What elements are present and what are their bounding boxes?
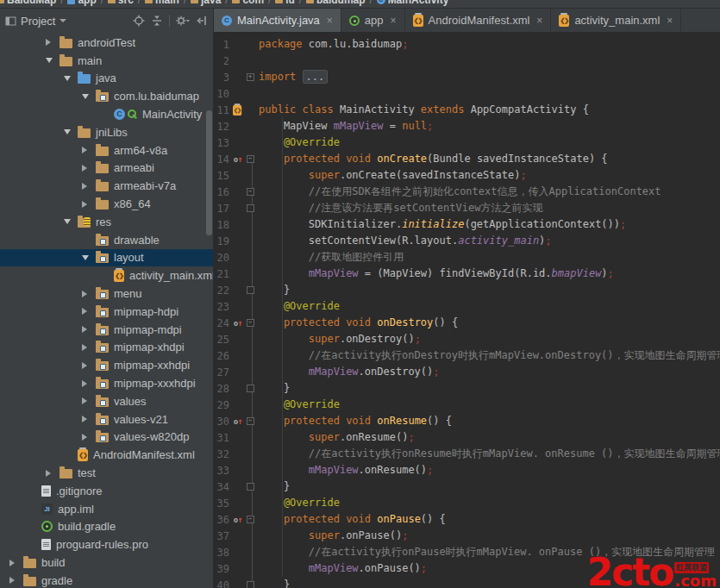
expand-arrow-icon[interactable] — [6, 560, 23, 566]
breadcrumb-item-BaiduMap[interactable]: BaiduMap — [0, 0, 58, 6]
tree-item-gradle[interactable]: gradle — [0, 572, 214, 588]
expand-arrow-icon[interactable] — [78, 94, 96, 99]
tree-item-layout[interactable]: layout — [0, 249, 214, 267]
breadcrumb-label: baidumap — [316, 0, 366, 6]
tree-item-build.gradle[interactable]: build.gradle — [0, 518, 214, 536]
expand-arrow-icon[interactable] — [78, 255, 96, 260]
expand-arrow-icon[interactable] — [60, 219, 78, 224]
expand-arrow-icon[interactable] — [78, 291, 96, 297]
fold-end-icon[interactable] — [247, 581, 254, 588]
close-icon[interactable]: × — [327, 16, 333, 26]
expand-arrow-icon[interactable] — [42, 39, 59, 46]
tree-item-mipmap-xhdpi[interactable]: mipmap-xhdpi — [0, 339, 214, 357]
tree-item-mipmap-hdpi[interactable]: mipmap-hdpi — [0, 303, 214, 321]
breadcrumb-item-MainActivity[interactable]: CMainActivity — [375, 0, 451, 6]
tree-item-mipmap-xxxhdpi[interactable]: mipmap-xxxhdpi — [0, 374, 214, 392]
expand-arrow-icon[interactable] — [60, 129, 78, 134]
tree-item-activity_main.xml[interactable]: activity_main.xml — [0, 266, 214, 285]
tree-item-MainActivity[interactable]: CMainActivity — [0, 105, 214, 123]
expand-arrow-icon[interactable] — [42, 470, 59, 477]
tab-app[interactable]: app× — [341, 9, 405, 32]
code-token: protected void — [259, 513, 377, 525]
code-rows: 1package com.lu.baidumap;23+import ...10… — [214, 36, 720, 588]
tree-item-java[interactable]: java — [0, 70, 214, 88]
expand-arrow-icon[interactable] — [78, 201, 96, 208]
breadcrumb-item-lu[interactable]: lu — [273, 0, 297, 6]
tree-item-armeabi-v7a[interactable]: armeabi-v7a — [0, 177, 214, 195]
fold-column: − — [245, 188, 255, 196]
tree-item-test[interactable]: test — [0, 464, 214, 482]
fold-plus-icon[interactable]: + — [247, 73, 254, 81]
expand-arrow-icon[interactable] — [78, 147, 96, 153]
locate-icon[interactable] — [133, 15, 145, 27]
expand-arrow-icon[interactable] — [78, 434, 96, 441]
hide-panel-icon[interactable] — [196, 15, 208, 27]
tree-item-label: values — [114, 395, 147, 408]
breadcrumb-item-baidumap[interactable]: baidumap — [304, 0, 367, 6]
tree-item-x86_64[interactable]: x86_64 — [0, 195, 214, 213]
close-icon[interactable]: × — [536, 16, 542, 26]
expand-arrow-icon[interactable] — [6, 577, 23, 584]
expand-arrow-icon[interactable] — [42, 58, 59, 63]
breadcrumb-item-com[interactable]: com — [230, 0, 266, 6]
close-icon[interactable]: × — [391, 16, 397, 26]
fold-minus-icon[interactable]: − — [247, 155, 254, 163]
fold-minus-icon[interactable]: − — [247, 188, 254, 196]
fold-minus-icon[interactable]: − — [247, 319, 254, 327]
tree-item-drawable[interactable]: drawable — [0, 231, 214, 249]
tab-AndroidManifest.xml[interactable]: AndroidManifest.xml× — [405, 9, 552, 32]
close-icon[interactable]: × — [667, 16, 673, 26]
tree-item-com.lu.baidumap[interactable]: com.lu.baidumap — [0, 87, 214, 105]
expand-arrow-icon[interactable] — [78, 344, 96, 351]
expand-arrow-icon[interactable] — [78, 183, 96, 190]
tree-item-values-v21[interactable]: values-v21 — [0, 410, 214, 428]
tree-item-res[interactable]: res — [0, 213, 214, 231]
breadcrumb-item-src[interactable]: src — [106, 0, 135, 6]
fold-end-icon[interactable] — [247, 385, 254, 392]
tab-MainActivity.java[interactable]: CMainActivity.java× — [214, 9, 341, 32]
tree-item-values-w820dp[interactable]: values-w820dp — [0, 428, 214, 447]
collapse-all-icon[interactable] — [151, 15, 163, 27]
tree-item-androidTest[interactable]: androidTest — [0, 34, 214, 52]
code-editor[interactable]: 1package com.lu.baidumap;23+import ...10… — [214, 33, 720, 588]
fold-end-icon[interactable] — [247, 483, 254, 491]
tree-item-armeabi[interactable]: armeabi — [0, 160, 214, 178]
tree-item-build[interactable]: build — [0, 554, 214, 572]
code-token: ; — [433, 366, 439, 378]
chevron-down-icon[interactable] — [59, 19, 66, 22]
expand-arrow-icon[interactable] — [78, 416, 96, 422]
tree-item-mipmap-mdpi[interactable]: mipmap-mdpi — [0, 321, 214, 339]
tree-item-mipmap-xxhdpi[interactable]: mipmap-xxhdpi — [0, 356, 214, 374]
tree-item-jniLibs[interactable]: jniLibs — [0, 123, 214, 141]
expand-arrow-icon[interactable] — [78, 165, 96, 172]
tree-item-proguard-rules.pro[interactable]: proguard-rules.pro — [0, 535, 214, 554]
tree-item-arm64-v8a[interactable]: arm64-v8a — [0, 141, 214, 160]
settings-gear-icon[interactable] — [176, 15, 190, 27]
expand-arrow-icon[interactable] — [78, 362, 96, 369]
tree-item-.gitignore[interactable]: .gitignore — [0, 482, 214, 500]
code-token: public class — [259, 103, 334, 116]
tree-item-AndroidManifest.xml[interactable]: AndroidManifest.xml — [0, 446, 214, 464]
project-panel-icon — [5, 16, 16, 27]
tree-item-menu[interactable]: menu — [0, 285, 214, 303]
fold-end-icon[interactable] — [247, 204, 254, 212]
tab-activity_main.xml[interactable]: activity_main.xml× — [551, 9, 681, 32]
fold-minus-icon[interactable]: − — [247, 516, 254, 523]
code-token: super — [259, 529, 340, 541]
tree-item-values[interactable]: values — [0, 392, 214, 410]
fold-end-icon[interactable] — [247, 286, 254, 294]
tree-item-app.iml[interactable]: app.iml — [0, 500, 214, 518]
expand-arrow-icon[interactable] — [78, 397, 96, 404]
expand-arrow-icon[interactable] — [60, 76, 78, 81]
breadcrumb-item-app[interactable]: app — [66, 0, 97, 6]
expand-arrow-icon[interactable] — [78, 308, 96, 315]
expand-arrow-icon[interactable] — [78, 326, 96, 333]
breadcrumb-item-main[interactable]: main — [143, 0, 181, 6]
breadcrumb-item-java[interactable]: java — [189, 0, 222, 6]
fold-minus-icon[interactable]: − — [247, 417, 254, 425]
project-scrollbar[interactable] — [206, 110, 212, 235]
code-text: //注意该方法要再setContentView方法之前实现 — [259, 200, 542, 216]
expand-arrow-icon[interactable] — [78, 380, 96, 387]
line-number: 2 — [214, 55, 229, 67]
tree-item-main[interactable]: main — [0, 52, 214, 70]
